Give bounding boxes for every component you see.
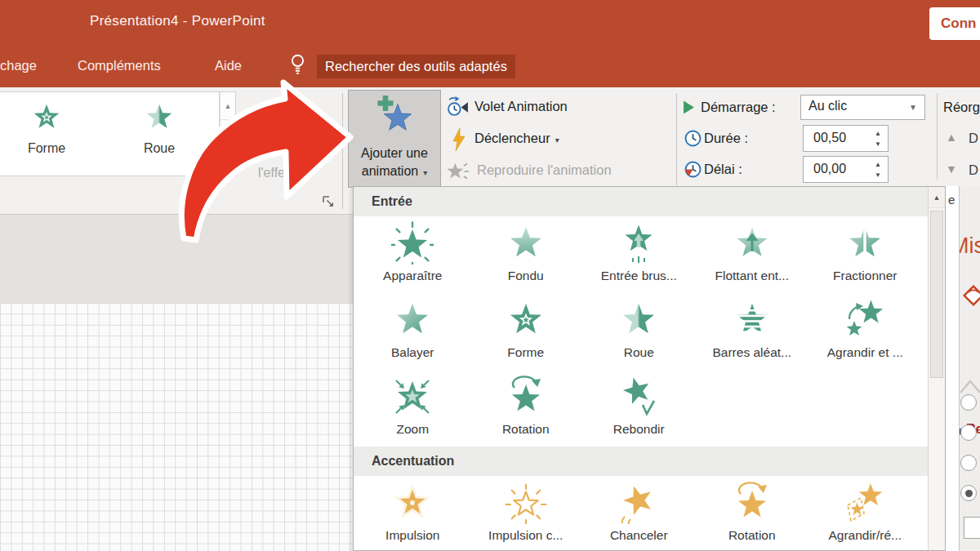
animation-pane-icon <box>447 96 469 122</box>
animation-effect-item[interactable]: Agrandir et ... <box>808 293 922 370</box>
star-bounce-icon <box>617 374 660 421</box>
dropdown-arrow-icon: ▾ <box>423 168 427 177</box>
animation-effect-label: Fractionner <box>833 269 897 283</box>
spin-up-icon[interactable]: ▲ <box>875 131 881 137</box>
animation-effect-item[interactable]: Agrandir/ré... <box>808 476 922 550</box>
spin-down-icon[interactable]: ▼ <box>875 172 881 179</box>
animation-effect-label: Zoom <box>396 422 429 437</box>
star-spin-icon <box>731 480 773 527</box>
animation-effect-item[interactable]: Apparaître <box>356 216 470 293</box>
add-animation-button[interactable]: Ajouter une animation▾ <box>348 90 441 188</box>
gallery-item-label: Roue <box>120 141 198 156</box>
move-earlier-label-partial[interactable]: D <box>969 131 978 146</box>
effect-options-partial-label: l'effe <box>258 166 285 180</box>
star-grow-shrink-icon <box>844 480 886 527</box>
menu-section-header: Accentuation <box>354 447 928 476</box>
delay-spinner[interactable]: 00,00 ▲ ▼ <box>803 156 889 183</box>
scroll-up-icon[interactable]: ▲ <box>929 187 945 208</box>
gallery-animation-item[interactable]: Roue <box>120 99 198 156</box>
star-wheel-icon <box>142 123 176 137</box>
animation-effect-item[interactable]: Impulsion <box>356 476 470 550</box>
move-later-label-partial[interactable]: D <box>969 162 978 178</box>
animation-effect-item[interactable]: Flottant ent... <box>696 216 809 293</box>
add-animation-label-2: animation <box>362 164 418 178</box>
animation-painter-icon <box>445 161 470 185</box>
animation-effect-item[interactable]: Rebondir <box>582 370 696 447</box>
animation-effect-label: Roue <box>624 345 654 360</box>
dropdown-arrow-icon: ▾ <box>555 136 559 144</box>
animation-effect-item[interactable]: Zoom <box>356 370 470 447</box>
paint-bucket-icon[interactable] <box>960 284 980 322</box>
star-bars-icon <box>731 297 773 344</box>
star-float-in-icon <box>731 220 773 268</box>
animation-effect-item[interactable]: Rotation <box>696 476 809 550</box>
trigger-button[interactable]: Déclencheur▾ <box>474 131 559 146</box>
animation-effect-item[interactable]: Balayer <box>356 293 470 370</box>
duration-value: 00,50 <box>813 131 846 145</box>
menu-section-header: Entrée <box>354 187 928 216</box>
animation-effect-label: Agrandir/ré... <box>828 528 902 543</box>
animation-effect-label: Flottant ent... <box>715 269 789 283</box>
animation-pane-button[interactable]: Volet Animation <box>474 99 568 114</box>
animation-effect-label: Barres aléat... <box>713 345 792 360</box>
ribbon-tab-bar: chage Compléments Aide Rechercher des ou… <box>0 45 980 87</box>
delay-label: Délai : <box>704 162 742 177</box>
fill-option-radio[interactable] <box>960 424 977 441</box>
animation-effect-item[interactable]: Roue <box>582 293 696 370</box>
tell-me-search-box[interactable]: Rechercher des outils adaptés <box>317 55 515 78</box>
spin-down-icon[interactable]: ▼ <box>875 141 881 148</box>
effect-options-icon <box>270 100 297 127</box>
star-color-pulse-icon <box>505 480 547 527</box>
pane-heading-partial: Mise <box>960 233 980 259</box>
star-burst-icon <box>391 220 434 268</box>
animation-effect-item[interactable]: Fractionner <box>808 216 922 293</box>
menu-section-grid: ImpulsionImpulsion c...ChancelerRotation… <box>354 476 928 550</box>
animation-effect-label: Rebondir <box>613 422 665 437</box>
tab-aide[interactable]: Aide <box>215 58 242 73</box>
animation-effect-item[interactable]: Forme <box>470 293 583 370</box>
animation-effect-label: Fondu <box>508 269 544 283</box>
pane-button-partial[interactable] <box>964 517 980 539</box>
gallery-scroll-down[interactable] <box>220 120 235 148</box>
start-combobox[interactable]: Au clic ▼ <box>800 95 925 120</box>
star-fade-icon <box>505 220 547 268</box>
slide-canvas-margin <box>0 215 357 303</box>
menu-scrollbar[interactable]: ▲ <box>928 187 945 550</box>
tab-complements[interactable]: Compléments <box>78 58 161 73</box>
scrollbar-thumb[interactable] <box>930 211 943 378</box>
tab-affichage-partial[interactable]: chage <box>0 58 37 73</box>
add-animation-menu: EntréeApparaîtreFonduEntrée brus...Flott… <box>353 186 946 551</box>
sign-in-button[interactable]: Conn <box>929 7 980 40</box>
animation-effect-item[interactable]: Chanceler <box>582 476 696 550</box>
powerpoint-window: Présentation4 - PowerPoint Conn chage Co… <box>0 0 980 551</box>
spin-up-icon[interactable]: ▲ <box>875 162 881 168</box>
chevron-down-icon[interactable]: ▼ <box>909 103 917 112</box>
duration-spinner[interactable]: 00,50 ▲ ▼ <box>803 125 889 152</box>
fill-option-radio[interactable] <box>960 485 977 501</box>
animation-effect-item[interactable]: Fondu <box>470 216 583 293</box>
delay-value: 00,00 <box>813 162 846 176</box>
gallery-scrollbar[interactable]: ▲ <box>220 91 236 176</box>
star-zoom-icon <box>391 374 434 421</box>
animation-effect-item[interactable]: Rotation <box>470 370 583 447</box>
move-earlier-icon[interactable]: ▲ <box>946 131 957 144</box>
star-shape-icon <box>505 297 547 344</box>
animation-effect-item[interactable]: Impulsion c... <box>470 476 583 550</box>
format-pane: Mise ◢ Re <box>960 186 980 551</box>
dialog-launcher-icon[interactable] <box>322 195 335 211</box>
gallery-animation-item[interactable]: Forme <box>7 99 86 156</box>
group-divider <box>937 93 938 180</box>
star-spin-icon <box>505 374 547 421</box>
star-shape-icon <box>29 123 64 137</box>
fill-option-radio[interactable] <box>960 394 977 411</box>
animation-effect-item[interactable]: Entrée brus... <box>582 216 696 293</box>
gallery-scroll-up-icon[interactable]: ▲ <box>220 92 235 120</box>
gallery-item-label: Forme <box>7 141 86 156</box>
animation-effect-label: Rotation <box>502 422 550 437</box>
star-grow-turn-icon <box>844 297 886 344</box>
animation-effect-item[interactable]: Barres aléat... <box>696 293 809 370</box>
move-later-icon[interactable]: ▼ <box>946 162 957 176</box>
fill-option-radio[interactable] <box>960 455 977 471</box>
star-teeter-icon <box>617 480 660 527</box>
pane-edge <box>946 186 960 551</box>
